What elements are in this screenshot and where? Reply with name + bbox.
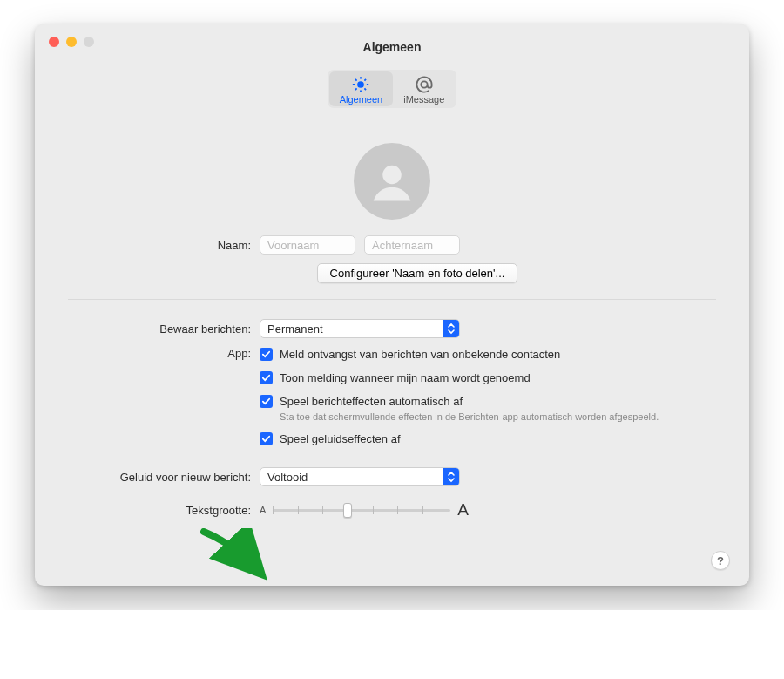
- checkbox-name-mentioned[interactable]: Toon melding wanneer mijn naam wordt gen…: [260, 370, 716, 385]
- textsize-large-icon: A: [457, 500, 469, 519]
- name-label: Naam:: [68, 239, 260, 252]
- general-pane: Naam: Configureer 'Naam en foto delen'..…: [35, 117, 749, 586]
- checkbox-unknown-contacts[interactable]: Meld ontvangst van berichten van onbeken…: [260, 347, 716, 362]
- configure-row: Configureer 'Naam en foto delen'...: [68, 263, 716, 283]
- checkmark-icon: [260, 348, 273, 361]
- textsize-row: Tekstgrootte: A: [68, 500, 716, 519]
- tab-imessage-label: iMessage: [403, 94, 444, 105]
- svg-point-1: [421, 81, 427, 87]
- textsize-label: Tekstgrootte:: [68, 504, 260, 517]
- configure-name-photo-button[interactable]: Configureer 'Naam en foto delen'...: [317, 263, 518, 283]
- last-name-input[interactable]: [364, 235, 460, 255]
- first-name-input[interactable]: [260, 235, 355, 255]
- app-label: App:: [68, 347, 260, 360]
- titlebar: Algemeen: [35, 24, 749, 70]
- help-button[interactable]: ?: [711, 551, 730, 570]
- app-options-row: App: Meld ontvangst van berichten van on…: [68, 347, 716, 455]
- checkbox-unknown-contacts-label: Meld ontvangst van berichten van onbeken…: [280, 347, 560, 362]
- svg-point-0: [359, 82, 364, 87]
- avatar-container: [68, 143, 716, 220]
- checkbox-sound-effects[interactable]: Speel geluidseffecten af: [260, 431, 716, 446]
- tab-general[interactable]: Algemeen: [329, 71, 394, 106]
- tab-imessage[interactable]: iMessage: [393, 71, 455, 106]
- keep-messages-row: Bewaar berichten: Permanent: [68, 319, 716, 338]
- keep-messages-label: Bewaar berichten:: [68, 323, 260, 336]
- textsize-small-icon: A: [260, 505, 266, 515]
- divider: [68, 299, 716, 300]
- name-row: Naam:: [68, 235, 716, 255]
- avatar[interactable]: [354, 143, 430, 220]
- checkmark-icon: [260, 371, 273, 384]
- zoom-window-button[interactable]: [84, 37, 94, 47]
- checkbox-name-mentioned-label: Toon melding wanneer mijn naam wordt gen…: [280, 370, 531, 385]
- tab-toolbar: Algemeen iMessage: [35, 70, 749, 117]
- keep-messages-select[interactable]: Permanent: [260, 319, 460, 338]
- keep-messages-value: Permanent: [267, 323, 323, 336]
- preferences-window: Algemeen Algemeen i: [35, 24, 749, 586]
- minimize-window-button[interactable]: [66, 37, 77, 47]
- sound-select[interactable]: Voltooid: [260, 467, 460, 486]
- person-icon: [366, 155, 418, 207]
- tab-segmented-control: Algemeen iMessage: [328, 70, 457, 108]
- window-controls: [49, 37, 94, 47]
- gear-icon: [351, 75, 370, 94]
- textsize-slider[interactable]: [273, 501, 450, 519]
- sound-value: Voltooid: [267, 471, 308, 484]
- checkbox-auto-effects[interactable]: Speel berichteffecten automatisch af: [260, 394, 716, 409]
- chevron-up-down-icon: [443, 320, 459, 337]
- checkbox-auto-effects-label: Speel berichteffecten automatisch af: [280, 394, 463, 409]
- tab-general-label: Algemeen: [340, 94, 383, 105]
- window-title: Algemeen: [35, 24, 749, 65]
- sound-row: Geluid voor nieuw bericht: Voltooid: [68, 467, 716, 486]
- checkmark-icon: [260, 432, 273, 445]
- checkbox-sound-effects-label: Speel geluidseffecten af: [280, 431, 401, 446]
- checkmark-icon: [260, 395, 273, 408]
- chevron-up-down-icon: [443, 468, 459, 485]
- close-window-button[interactable]: [49, 37, 59, 47]
- checkbox-auto-effects-sub: Sta toe dat schermvullende effecten in d…: [280, 411, 716, 423]
- svg-point-2: [382, 166, 402, 185]
- at-icon: [415, 75, 434, 94]
- sound-label: Geluid voor nieuw bericht:: [68, 471, 260, 484]
